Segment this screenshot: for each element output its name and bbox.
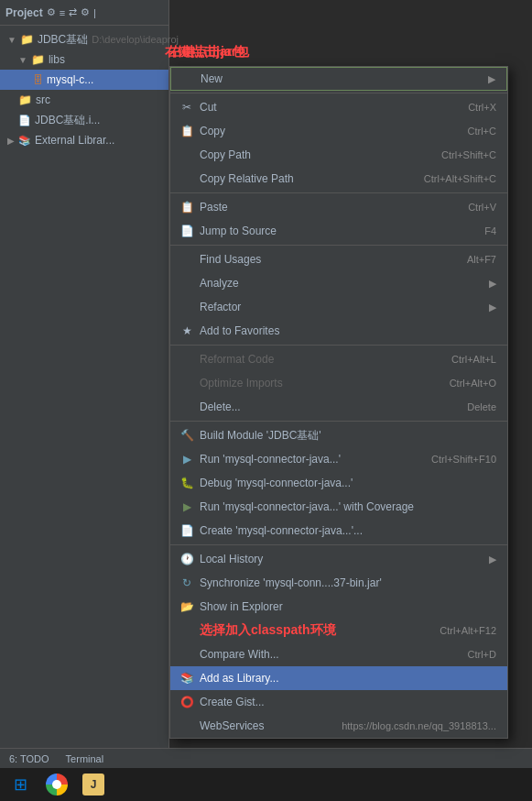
menu-item-copy-left: 📋 Copy (179, 125, 225, 137)
reformat-label: Reformat Code (200, 353, 274, 366)
favorites-icon: ★ (179, 324, 194, 337)
tree-src[interactable]: 📁 src (0, 90, 168, 110)
gist-label: Create Gist... (200, 696, 265, 708)
coverage-label: Run 'mysql-connector-java...' with Cover… (200, 500, 414, 513)
taskbar: ⊞ J (0, 768, 532, 801)
cut-label: Cut (200, 101, 217, 114)
sep-1 (170, 93, 507, 93)
tree-jdbc-file[interactable]: 📄 JDBC基础.i... (0, 110, 168, 130)
menu-item-debug[interactable]: 🐛 Debug 'mysql-connector-java...' (170, 471, 507, 495)
optimize-shortcut: Ctrl+Alt+O (450, 378, 496, 389)
menu-item-gist[interactable]: ⭕ Create Gist... (170, 690, 507, 714)
library-icon: 📚 (179, 672, 194, 685)
optimize-label: Optimize Imports (200, 377, 283, 390)
menu-item-cut[interactable]: ✂ Cut Ctrl+X (170, 95, 507, 119)
sep-2 (170, 192, 507, 193)
compare-shortcut: Ctrl+D (468, 649, 496, 660)
chrome-button[interactable] (40, 770, 73, 799)
find-label: Find Usages (200, 253, 261, 266)
paste-icon: 📋 (179, 201, 194, 214)
jump-icon: 📄 (179, 225, 194, 237)
debug-icon: 🐛 (179, 477, 194, 489)
webservices-shortcut: https://blog.csdn.ne/qq_3918813... (342, 720, 496, 731)
menu-item-reformat[interactable]: Reformat Code Ctrl+Alt+L (170, 347, 507, 371)
menu-item-refactor-left: Refactor (179, 301, 241, 313)
other-app-button[interactable]: J (77, 770, 110, 799)
add-lib-shortcut-label: 选择加入classpath环境 (200, 622, 336, 639)
refactor-arrow: ▶ (489, 302, 496, 313)
sync-icon: ↻ (179, 576, 194, 589)
menu-item-add-lib-shortcut-left: 选择加入classpath环境 (179, 622, 336, 639)
todo-label: 6: TODO (9, 753, 49, 764)
libs-label: libs (49, 53, 65, 66)
menu-item-find[interactable]: Find Usages Alt+F7 (170, 247, 507, 271)
other-app-icon: J (82, 774, 104, 796)
find-shortcut: Alt+F7 (467, 254, 496, 265)
sep-5 (170, 421, 507, 422)
paste-shortcut: Ctrl+V (468, 202, 496, 213)
annotation-jar: 右键点击jar包 (169, 44, 249, 60)
jar-icon: 🗄 (33, 74, 43, 85)
menu-item-copy-relative[interactable]: Copy Relative Path Ctrl+Alt+Shift+C (170, 167, 507, 191)
menu-item-history[interactable]: 🕐 Local History ▶ (170, 547, 507, 571)
webservices-label: WebServices (200, 719, 264, 732)
tree-jar[interactable]: 🗄 mysql-c... (0, 70, 168, 90)
chrome-icon (46, 774, 68, 796)
menu-item-analyze[interactable]: Analyze ▶ (170, 271, 507, 295)
menu-item-run[interactable]: ▶ Run 'mysql-connector-java...' Ctrl+Shi… (170, 447, 507, 471)
menu-item-optimize[interactable]: Optimize Imports Ctrl+Alt+O (170, 371, 507, 395)
folder-icon: 📁 (20, 33, 34, 46)
favorites-label: Add to Favorites (200, 324, 279, 337)
menu-item-compare[interactable]: Compare With... Ctrl+D (170, 642, 507, 666)
tree-root[interactable]: ▼ 📁 JDBC基础 D:\develop\ideaproj (0, 29, 168, 49)
tree-external[interactable]: ▶ 📚 External Librar... (0, 130, 168, 150)
copy-path-label: Copy Path (200, 148, 251, 161)
terminal-tab[interactable]: Terminal (62, 753, 108, 764)
menu-item-coverage[interactable]: ▶ Run 'mysql-connector-java...' with Cov… (170, 495, 507, 519)
menu-item-refactor[interactable]: Refactor ▶ (170, 295, 507, 319)
windows-button[interactable]: ⊞ (4, 770, 37, 799)
menu-item-webservices[interactable]: WebServices https://blog.csdn.ne/qq_3918… (170, 714, 507, 738)
libs-folder-icon: 📁 (31, 53, 45, 66)
menu-item-history-left: 🕐 Local History (179, 553, 263, 565)
sep-4 (170, 345, 507, 346)
menu-item-reformat-left: Reformat Code (179, 353, 274, 366)
menu-item-explorer[interactable]: 📂 Show in Explorer (170, 595, 507, 619)
delete-shortcut: Delete (467, 401, 496, 412)
menu-item-jump[interactable]: 📄 Jump to Source F4 (170, 219, 507, 243)
refactor-label: Refactor (200, 301, 241, 313)
todo-tab[interactable]: 6: TODO (5, 753, 53, 764)
tree-area: ▼ 📁 JDBC基础 D:\develop\ideaproj ▼ 📁 libs … (0, 26, 168, 154)
tree-libs[interactable]: ▼ 📁 libs (0, 49, 168, 70)
menu-item-favorites[interactable]: ★ Add to Favorites (170, 319, 507, 343)
coverage-icon: ▶ (179, 500, 194, 513)
delete-label: Delete... (200, 400, 241, 413)
new-label: New (201, 72, 223, 85)
menu-item-copy-path[interactable]: Copy Path Ctrl+Shift+C (170, 143, 507, 167)
menu-item-add-library[interactable]: 📚 Add as Library... (170, 666, 507, 690)
menu-item-new[interactable]: New ▶ (170, 67, 507, 91)
history-icon: 🕐 (179, 553, 194, 565)
ide-toolbar: Project ⚙ ≡ ⇄ ⚙ | (0, 0, 168, 26)
menu-item-delete[interactable]: Delete... Delete (170, 395, 507, 419)
sync-label: Synchronize 'mysql-conn....37-bin.jar' (200, 576, 382, 589)
sep-3 (170, 245, 507, 246)
create-label: Create 'mysql-connector-java...'... (200, 524, 363, 537)
menu-item-optimize-left: Optimize Imports (179, 377, 283, 390)
menu-item-sync[interactable]: ↻ Synchronize 'mysql-conn....37-bin.jar' (170, 571, 507, 595)
build-label: Build Module 'JDBC基础' (200, 428, 321, 444)
menu-item-add-lib-shortcut[interactable]: 选择加入classpath环境 Ctrl+Alt+F12 (170, 619, 507, 642)
project-label: Project (5, 6, 43, 19)
explorer-icon: 📂 (179, 600, 194, 613)
menu-item-create[interactable]: 📄 Create 'mysql-connector-java...'... (170, 519, 507, 543)
menu-item-build[interactable]: 🔨 Build Module 'JDBC基础' (170, 423, 507, 447)
menu-item-create-left: 📄 Create 'mysql-connector-java...'... (179, 524, 363, 537)
menu-item-coverage-left: ▶ Run 'mysql-connector-java...' with Cov… (179, 500, 414, 513)
jdbc-label: JDBC基础.i... (35, 113, 100, 128)
menu-item-copy[interactable]: 📋 Copy Ctrl+C (170, 119, 507, 143)
menu-item-gist-left: ⭕ Create Gist... (179, 696, 265, 708)
copy-label: Copy (200, 125, 225, 137)
analyze-label: Analyze (200, 277, 239, 290)
menu-item-add-library-left: 📚 Add as Library... (179, 672, 278, 685)
menu-item-paste[interactable]: 📋 Paste Ctrl+V (170, 195, 507, 219)
